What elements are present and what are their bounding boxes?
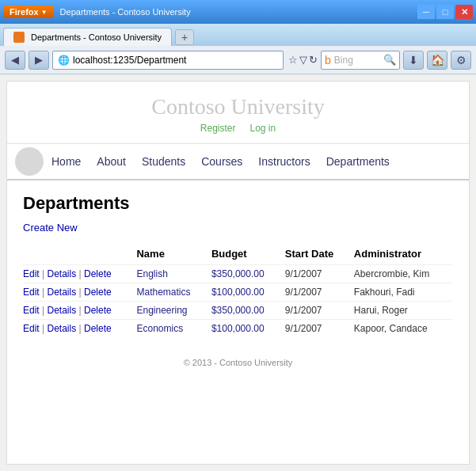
search-magnifier-icon: 🔍 <box>383 54 396 66</box>
row-name: Economics <box>136 320 211 338</box>
delete-link[interactable]: Delete <box>84 305 112 316</box>
refresh-icon[interactable]: ↻ <box>309 54 318 66</box>
addressbar: ◀ ▶ 🌐 localhost:1235/Department ☆ ▽ ↻ b … <box>0 46 476 74</box>
home-button[interactable]: 🏠 <box>427 51 447 70</box>
details-link[interactable]: Details <box>48 323 77 334</box>
delete-link[interactable]: Delete <box>84 268 112 279</box>
edit-link[interactable]: Edit <box>23 305 40 316</box>
edit-link[interactable]: Edit <box>23 287 40 298</box>
details-link[interactable]: Details <box>48 268 77 279</box>
nav-instructors[interactable]: Instructors <box>258 155 310 168</box>
departments-table: Name Budget Start Date Administrator Edi… <box>23 245 453 337</box>
edit-link[interactable]: Edit <box>23 323 40 334</box>
table-row: Edit | Details | DeleteEngineering$350,0… <box>23 302 453 320</box>
bookmark-star-icon[interactable]: ☆ <box>288 54 298 66</box>
active-tab[interactable]: Departments - Contoso University <box>3 28 172 46</box>
page-body: Departments Create New Name Budget Start… <box>7 180 469 393</box>
register-link[interactable]: Register <box>200 123 236 134</box>
window-title: Departments - Contoso University <box>60 7 191 17</box>
edit-link[interactable]: Edit <box>23 268 40 279</box>
row-administrator: Fakhouri, Fadi <box>354 283 453 302</box>
row-actions: Edit | Details | Delete <box>23 302 136 320</box>
browser-window: Firefox Departments - Contoso University… <box>0 0 476 471</box>
firefox-button[interactable]: Firefox <box>3 6 54 18</box>
window-controls: ─ □ ✕ <box>417 5 473 19</box>
row-budget: $350,000.00 <box>211 302 285 320</box>
sep2: | <box>79 287 82 298</box>
row-start-date: 9/1/2007 <box>285 265 354 283</box>
back-button[interactable]: ◀ <box>5 51 25 70</box>
sep1: | <box>42 323 44 334</box>
address-box[interactable]: 🌐 localhost:1235/Department <box>52 51 284 70</box>
university-header: Contoso University Register Log in <box>7 82 469 143</box>
details-link[interactable]: Details <box>48 287 77 298</box>
main-nav: Home About Students Courses Instructors … <box>51 152 390 171</box>
row-start-date: 9/1/2007 <box>285 320 354 338</box>
details-link[interactable]: Details <box>48 305 77 316</box>
sep2: | <box>79 305 82 316</box>
table-row: Edit | Details | DeleteEnglish$350,000.0… <box>23 265 453 283</box>
row-administrator: Kapoor, Candace <box>354 320 453 338</box>
download-button[interactable]: ⬇ <box>403 51 424 70</box>
row-actions: Edit | Details | Delete <box>23 265 136 283</box>
sep2: | <box>79 268 82 279</box>
sep1: | <box>42 287 44 298</box>
maximize-button[interactable]: □ <box>436 5 454 19</box>
sep1: | <box>42 268 44 279</box>
tab-title: Departments - Contoso University <box>31 32 162 42</box>
row-actions: Edit | Details | Delete <box>23 283 136 302</box>
forward-button[interactable]: ▶ <box>29 51 49 70</box>
row-budget: $100,000.00 <box>211 320 285 338</box>
login-link[interactable]: Log in <box>250 123 276 134</box>
table-row: Edit | Details | DeleteMathematics$100,0… <box>23 283 453 302</box>
row-start-date: 9/1/2007 <box>285 283 354 302</box>
row-administrator: Abercrombie, Kim <box>354 265 453 283</box>
bing-logo: b <box>325 54 331 66</box>
university-title: Contoso University <box>7 94 469 120</box>
row-start-date: 9/1/2007 <box>285 302 354 320</box>
delete-link[interactable]: Delete <box>84 323 112 334</box>
nav-courses[interactable]: Courses <box>201 155 242 168</box>
close-button[interactable]: ✕ <box>455 5 473 19</box>
tab-icon <box>13 32 25 43</box>
nav-home[interactable]: Home <box>51 155 81 168</box>
row-budget: $100,000.00 <box>211 283 285 302</box>
create-new-link[interactable]: Create New <box>23 222 453 234</box>
col-budget-header: Budget <box>211 245 285 265</box>
row-name: Mathematics <box>136 283 211 302</box>
auth-links: Register Log in <box>7 123 469 134</box>
table-row: Edit | Details | DeleteEconomics$100,000… <box>23 320 453 338</box>
minimize-button[interactable]: ─ <box>417 5 435 19</box>
settings-button[interactable]: ⚙ <box>451 51 471 70</box>
row-name: English <box>136 265 211 283</box>
page-heading: Departments <box>23 193 453 214</box>
address-icons: ☆ ▽ ↻ <box>288 54 318 66</box>
page: Contoso University Register Log in Home … <box>6 81 470 465</box>
nav-about[interactable]: About <box>97 155 126 168</box>
footer: © 2013 - Contoso University <box>23 345 453 380</box>
search-box[interactable]: b Bing 🔍 <box>321 51 400 70</box>
nav-students[interactable]: Students <box>142 155 185 168</box>
row-budget: $350,000.00 <box>211 265 285 283</box>
col-startdate-header: Start Date <box>285 245 354 265</box>
col-name-header: Name <box>136 245 211 265</box>
col-actions-header <box>23 245 136 265</box>
row-administrator: Harui, Roger <box>354 302 453 320</box>
bookmark-down-icon[interactable]: ▽ <box>299 54 307 66</box>
avatar <box>15 147 44 176</box>
titlebar-left: Firefox <box>3 6 54 18</box>
new-tab-button[interactable]: + <box>175 29 194 45</box>
row-actions: Edit | Details | Delete <box>23 320 136 338</box>
address-text: localhost:1235/Department <box>73 55 186 66</box>
row-name: Engineering <box>136 302 211 320</box>
tabbar: Departments - Contoso University + <box>0 24 476 46</box>
col-admin-header: Administrator <box>354 245 453 265</box>
nav-departments[interactable]: Departments <box>326 155 390 168</box>
sep2: | <box>79 323 82 334</box>
browser-content: Contoso University Register Log in Home … <box>0 74 476 471</box>
titlebar: Firefox Departments - Contoso University… <box>0 0 476 24</box>
search-placeholder: Bing <box>334 55 353 66</box>
delete-link[interactable]: Delete <box>84 287 112 298</box>
sep1: | <box>42 305 44 316</box>
